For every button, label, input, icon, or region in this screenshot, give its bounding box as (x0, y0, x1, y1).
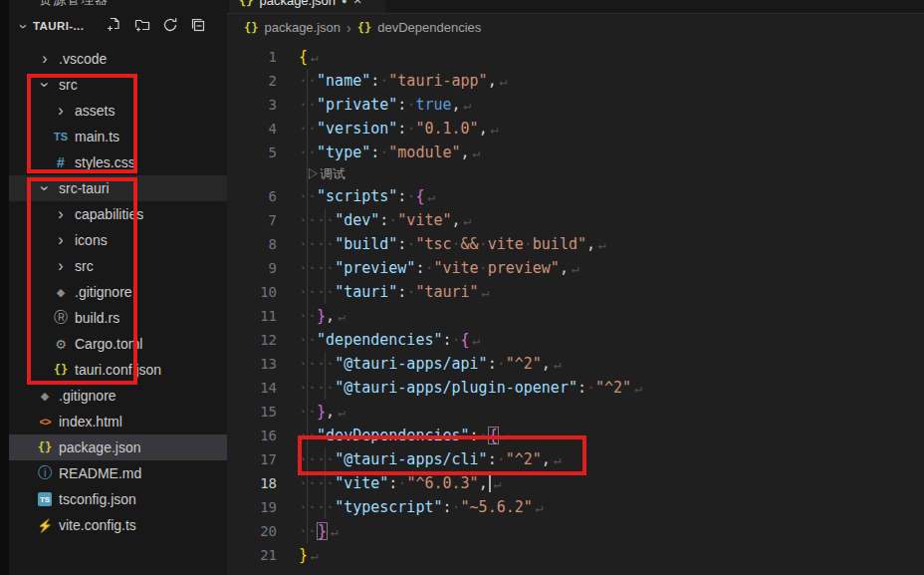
collapse-all-icon[interactable] (190, 17, 206, 33)
tree-item-cargo-toml[interactable]: ⚙Cargo.toml (9, 331, 227, 357)
code-token: } (317, 522, 328, 540)
code-token: ·· (299, 72, 317, 90)
code-token: · (406, 283, 415, 301)
code-token: , (542, 355, 551, 373)
code-line-13[interactable]: 13····"@tauri-apps/api":·"^2",↵ (227, 352, 924, 376)
code-token: ↵ (631, 381, 642, 396)
code-token: "@tauri-apps/cli" (335, 450, 488, 468)
code-line-10[interactable]: 10····"tauri":·"tauri"↵ (227, 280, 924, 304)
code-token: ·· (299, 427, 317, 444)
breadcrumb: {} package.json › {} devDependencies (227, 14, 924, 41)
code-token: "typescript" (335, 498, 442, 516)
tree-item-src[interactable]: ›src (9, 72, 227, 98)
tree-item-src-tauri[interactable]: ›src-tauri (9, 175, 227, 201)
code-line-4[interactable]: 4··"version":·"0.1.0",↵ (227, 117, 924, 141)
code-line-19[interactable]: 19····"typescript":·"~5.6.2"↵ (227, 495, 924, 519)
info-icon: ⓘ (35, 464, 55, 482)
line-number: 12 (227, 332, 277, 348)
tree-item-src[interactable]: ›src (9, 253, 227, 279)
code-line-21[interactable]: 21}↵ (227, 543, 924, 567)
tree-item-assets[interactable]: ›assets (9, 98, 227, 124)
code-line-6[interactable]: 6··"scripts":·{↵ (227, 184, 924, 208)
breadcrumb-symbol[interactable]: devDependencies (377, 20, 481, 35)
code-token: ···· (299, 259, 335, 277)
code-token: ↵ (499, 429, 510, 443)
code-token: , (461, 144, 470, 161)
code-line-14[interactable]: 14····"@tauri-apps/plugin-opener":·"^2"↵ (227, 376, 924, 400)
line-number: 9 (227, 260, 277, 276)
code-editor[interactable]: 1{↵2··"name":·"tauri-app",↵3··"private":… (227, 41, 924, 575)
code-token: · (586, 379, 595, 397)
tree-item-icons[interactable]: ›icons (9, 227, 227, 253)
code-token: : (470, 427, 479, 444)
chevron-right-icon: › (35, 50, 55, 68)
tree-item--vscode[interactable]: ›.vscode (9, 46, 227, 72)
code-line-3[interactable]: 3··"private":·true,↵ (227, 93, 924, 117)
tree-item-label: src-tauri (59, 180, 110, 196)
line-number: 18 (227, 475, 277, 491)
code-line-16[interactable]: 16··"devDependencies":·{↵ (227, 424, 924, 447)
code-line-7[interactable]: 7····"dev":·"vite",↵ (227, 208, 924, 232)
code-token: "preview" (335, 259, 415, 277)
line-number: 4 (227, 121, 277, 137)
code-token: , (479, 474, 488, 492)
code-line-9[interactable]: 9····"preview":·"vite·preview",↵ (227, 256, 924, 280)
code-token: ↵ (461, 98, 472, 113)
code-line-8[interactable]: 8····"build":·"tsc·&&·vite·build",↵ (227, 232, 924, 256)
code-token: : (578, 379, 586, 397)
code-token: "private" (317, 96, 397, 114)
code-token: "type" (317, 144, 370, 161)
explorer-section-header[interactable]: › TAURI-... (9, 9, 227, 43)
tree-item-vite-config-ts[interactable]: ⚡vite.config.ts (9, 512, 227, 538)
close-tab-icon[interactable]: ✕ (353, 0, 362, 7)
tree-item--gitignore[interactable]: ◆.gitignore (9, 383, 227, 409)
tree-item-main-ts[interactable]: TSmain.ts (9, 124, 227, 149)
code-line-2[interactable]: 2··"name":·"tauri-app",↵ (227, 69, 924, 93)
breadcrumb-file[interactable]: package.json (264, 20, 341, 35)
code-line-1[interactable]: 1{↵ (227, 45, 924, 69)
tab-package-json[interactable]: {} package.json ● ✕ (229, 0, 385, 13)
refresh-icon[interactable] (162, 17, 178, 33)
code-token: ·· (299, 307, 317, 325)
code-line-17[interactable]: 17····"@tauri-apps/cli":·"^2",↵ (227, 447, 924, 471)
code-token: "^2" (595, 379, 631, 397)
code-token: , (560, 259, 569, 277)
line-number: 10 (227, 284, 277, 300)
tree-item-index-html[interactable]: <>index.html (9, 409, 227, 434)
code-line-18[interactable]: 18····"vite":·"^6.0.3",↵ (227, 471, 924, 495)
code-line-20[interactable]: 20··}↵ (227, 519, 924, 543)
tree-item--gitignore[interactable]: ◆.gitignore (9, 279, 227, 305)
tree-item-styles-css[interactable]: #styles.css (9, 149, 227, 175)
code-token: ↵ (479, 285, 490, 300)
tree-item-tsconfig-json[interactable]: TStsconfig.json (9, 486, 227, 512)
braces-icon: {} (35, 440, 55, 454)
code-line-11[interactable]: 11··},↵ (227, 304, 924, 328)
code-line-12[interactable]: 12··"dependencies":·{↵ (227, 328, 924, 352)
code-token: "^2" (506, 450, 542, 468)
chevron-right-icon: › (51, 102, 71, 120)
code-token: · (497, 450, 506, 468)
code-line-5[interactable]: 5··"type":·"module",↵ (227, 141, 924, 164)
tree-item-capabilities[interactable]: ›capabilities (9, 201, 227, 227)
code-token: ↵ (335, 309, 346, 324)
tree-item-package-json[interactable]: {}package.json (9, 434, 227, 460)
code-line-15[interactable]: 15··},↵ (227, 400, 924, 424)
code-token: : (388, 474, 397, 492)
tree-item-tauri-conf-json[interactable]: {}tauri.conf.json (9, 357, 227, 383)
line-number: 5 (227, 144, 277, 160)
code-token: : (415, 259, 424, 277)
code-token: "0.1.0" (415, 120, 478, 138)
new-folder-icon[interactable] (134, 17, 150, 33)
code-token: "@tauri-apps/plugin-opener" (335, 379, 578, 397)
code-token: ·· (299, 403, 317, 421)
tree-item-build-rs[interactable]: Ⓡbuild.rs (9, 305, 227, 331)
code-lines: 1{↵2··"name":·"tauri-app",↵3··"private":… (227, 45, 924, 567)
new-file-icon[interactable] (107, 17, 122, 33)
codelens-debug-action[interactable]: ▷调试 (307, 165, 346, 183)
code-token: · (397, 474, 406, 492)
chevron-right-icon: › (51, 231, 71, 249)
code-token: : (488, 450, 497, 468)
tree-item-readme-md[interactable]: ⓘREADME.md (9, 460, 227, 486)
code-token: ···· (299, 235, 335, 253)
code-token: ↵ (461, 213, 472, 228)
